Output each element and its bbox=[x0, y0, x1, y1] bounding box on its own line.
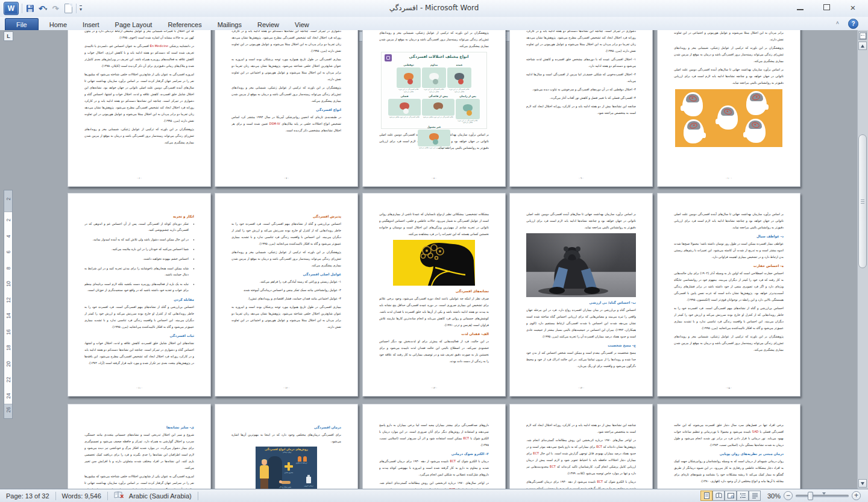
scroll-up-icon[interactable] bbox=[858, 42, 867, 50]
zoom-slider-thumb[interactable] bbox=[808, 492, 813, 500]
proofing-error-icon[interactable] bbox=[112, 491, 127, 500]
save-icon[interactable] bbox=[25, 4, 35, 13]
icon-label: بستری شدن bbox=[282, 472, 295, 474]
five-heads-brain-illustration bbox=[675, 89, 782, 147]
document-page[interactable]: داروهای ضدافسردگی برای بیشتر بیماران مفی… bbox=[362, 404, 506, 489]
document-page[interactable]: امروزه افسردگی به عنوان یکی از شایع‌ترین… bbox=[215, 30, 358, 187]
document-page[interactable]: ی- سایر نشانه‌هاشروع و سیر این اختلال تد… bbox=[68, 404, 211, 489]
zoom-slider-center-tick bbox=[822, 492, 826, 495]
document-page[interactable]: نشانه‌های این اختلال شامل خلق افسرده، کا… bbox=[362, 30, 506, 187]
infographic-card: غیر معمولعلائم افسردگی در این دوره ظاهر … bbox=[418, 125, 450, 149]
redo-icon[interactable]: ↷ bbox=[51, 4, 60, 13]
card-label: دوقطبی bbox=[397, 63, 421, 67]
close-icon[interactable]: × bbox=[844, 1, 862, 13]
document-page[interactable]: چنانچه این نشانه‌ها بیش از دو هفته ادامه… bbox=[657, 30, 800, 187]
tab-stop-selector[interactable]: L bbox=[4, 31, 13, 41]
word-count[interactable]: Words: 9,546 bbox=[60, 492, 104, 500]
bullet-list: تفکر دوره‌ای کوتاه از افسردگی است، پس از… bbox=[84, 221, 189, 293]
tab-view[interactable]: View bbox=[287, 19, 317, 30]
zoom-slider[interactable] bbox=[796, 495, 849, 497]
ruler-toggle-icon[interactable] bbox=[858, 31, 867, 40]
heading: ی- سایر نشانه‌ها bbox=[84, 424, 194, 430]
figure-accent-shape bbox=[458, 79, 464, 84]
view-button-draft[interactable] bbox=[749, 491, 761, 501]
paragraph: پژوهشگران بر این باورند که ترکیبی از عوا… bbox=[674, 45, 784, 64]
page-content: اصطلاح افسردگی نخستین بار در متون پزشکی … bbox=[84, 30, 194, 173]
person-shirt-shape bbox=[260, 465, 269, 478]
zoom-out-icon[interactable]: − bbox=[784, 491, 793, 500]
tab-insert[interactable]: Insert bbox=[75, 19, 107, 30]
undo-icon[interactable]: ↶▾ bbox=[38, 4, 48, 13]
tab-mailings[interactable]: Mailings bbox=[210, 19, 250, 30]
help-icon[interactable]: ? bbox=[848, 19, 858, 29]
document-page[interactable]: امروزه افسردگی به عنوان یکی از شایع‌ترین… bbox=[509, 30, 653, 187]
paragraph: در اواخر سال‌های ۱۹۷۰ درباره اثربخشی این… bbox=[379, 480, 489, 489]
document-page[interactable]: درمان افسردگیبرای افسردگی درمان‌های مختل… bbox=[215, 404, 358, 489]
ruler-number: 18 bbox=[5, 344, 11, 352]
paragraph: بر اساس برآورد سازمان بهداشت جهانی تا سا… bbox=[674, 66, 784, 86]
ruler-number: 2 bbox=[5, 216, 11, 224]
depressed-man-photo bbox=[526, 233, 636, 297]
page-number: - ۱۰ - bbox=[658, 177, 800, 180]
tab-home[interactable]: Home bbox=[42, 19, 75, 30]
document-page[interactable]: چنانچه این نشانه‌ها بیش از دو هفته ادامه… bbox=[509, 404, 653, 489]
brain-shape bbox=[686, 94, 699, 102]
document-page[interactable]: برخی افراد تنها در فصل‌های سرد سال دچار … bbox=[657, 404, 800, 489]
status-bar-right: 30% − + bbox=[700, 491, 868, 501]
heading: ه- احساس حقارت bbox=[674, 263, 784, 269]
paragraph: ۳- عوامل اجتماعی مانند فقدان حمایت، فشار… bbox=[231, 295, 341, 302]
qat-customize-icon[interactable]: ▾ bbox=[80, 5, 82, 12]
heading: الف- فقدان لذت bbox=[379, 331, 489, 337]
document-page[interactable]: انکار و تجزیهتفکر دوره‌ای کوتاه از افسرد… bbox=[68, 193, 211, 397]
page-content: نشانه‌های این اختلال شامل خلق افسرده، کا… bbox=[379, 30, 489, 173]
word-logo-icon[interactable]: W bbox=[4, 2, 19, 15]
minimize-ribbon-icon[interactable]: ˄ bbox=[836, 20, 839, 26]
view-button-outline[interactable] bbox=[737, 491, 749, 501]
paragraph: بیماری افسردگی در طول تاریخ همواره مورد … bbox=[231, 56, 341, 83]
zoom-in-icon[interactable]: + bbox=[852, 491, 861, 500]
window-title: افسردگي - Microsoft Word bbox=[181, 4, 687, 12]
tab-file[interactable]: File bbox=[5, 18, 39, 30]
window-controls: × bbox=[782, 1, 862, 13]
person-head-shape bbox=[262, 460, 267, 465]
paragraph: داروهای ضدافسردگی برای بیشتر بیماران مفی… bbox=[379, 422, 489, 448]
view-button-print-layout[interactable] bbox=[700, 491, 712, 501]
paragraph: صرف نظر از اینکه چه عواملی باعث ایجاد دو… bbox=[379, 295, 489, 328]
vertical-ruler[interactable]: 22468101214161820222426 bbox=[4, 190, 13, 419]
view-button-web-layout[interactable] bbox=[725, 491, 737, 501]
new-document-icon[interactable] bbox=[63, 4, 73, 13]
document-page[interactable]: بر اساس برآورد سازمان بهداشت جهانی تا سا… bbox=[657, 193, 800, 397]
divider bbox=[198, 492, 198, 500]
tab-references[interactable]: References bbox=[160, 19, 209, 30]
paragraph: در طبقه‌بندی تازه‌ای که انجمن روانپزشکی … bbox=[231, 114, 341, 134]
language-indicator[interactable]: Arabic (Saudi Arabia) bbox=[127, 492, 194, 500]
card-illustration bbox=[422, 67, 446, 88]
minimize-icon[interactable] bbox=[791, 1, 809, 13]
document-page[interactable]: پذیرش افسردگیاحساس بی‌ارزشی و گناه از نش… bbox=[215, 193, 358, 397]
document-page[interactable]: بر اساس برآورد سازمان بهداشت جهانی تا سا… bbox=[509, 193, 653, 397]
infographic-card: پس از زایمانعلائم افسردگی در این دوره ظا… bbox=[456, 95, 480, 125]
paragraph: امروزه افسردگی به عنوان یکی از شایع‌ترین… bbox=[84, 71, 194, 124]
heading: نشانه‌های افسردگی bbox=[379, 288, 489, 294]
zoom-level[interactable]: 30% bbox=[764, 492, 781, 500]
vertical-scrollbar[interactable] bbox=[857, 30, 868, 489]
lying-person-icon bbox=[281, 481, 291, 484]
paragraph: ۳- اختلال دوقطبی که در آن دوره‌های افسرد… bbox=[526, 86, 636, 93]
scroll-down-icon[interactable] bbox=[858, 479, 867, 488]
document-page[interactable]: اصطلاح افسردگی نخستین بار در متون پزشکی … bbox=[68, 30, 211, 187]
view-shortcuts bbox=[700, 491, 761, 501]
paragraph: بیماری افسردگی در طول تاریخ همواره مورد … bbox=[231, 304, 341, 330]
restore-icon[interactable] bbox=[817, 1, 835, 13]
scrollbar-thumb[interactable] bbox=[858, 134, 867, 268]
figure-accent-shape bbox=[437, 108, 442, 114]
paragraph: احساس بی‌ارزشی و گناه از نشانه‌های مهم ا… bbox=[84, 304, 194, 330]
page-number: - ۹ - bbox=[510, 177, 652, 180]
view-button-full-screen-reading[interactable] bbox=[712, 491, 725, 501]
document-page[interactable]: مشکلات تشخیصی: مشکلاتی نظیر ازدواج نابسا… bbox=[362, 193, 506, 397]
tab-review[interactable]: Review bbox=[250, 19, 287, 30]
page-indicator[interactable]: Page: 13 of 32 bbox=[0, 492, 52, 500]
card-caption: علائم افسردگی در این دوره ظاهر می‌شود bbox=[422, 116, 454, 119]
tab-page-layout[interactable]: Page Layout bbox=[107, 19, 160, 30]
card-label: عمده bbox=[447, 63, 471, 67]
heading: عوامل اصلی افسردگی bbox=[231, 271, 341, 277]
